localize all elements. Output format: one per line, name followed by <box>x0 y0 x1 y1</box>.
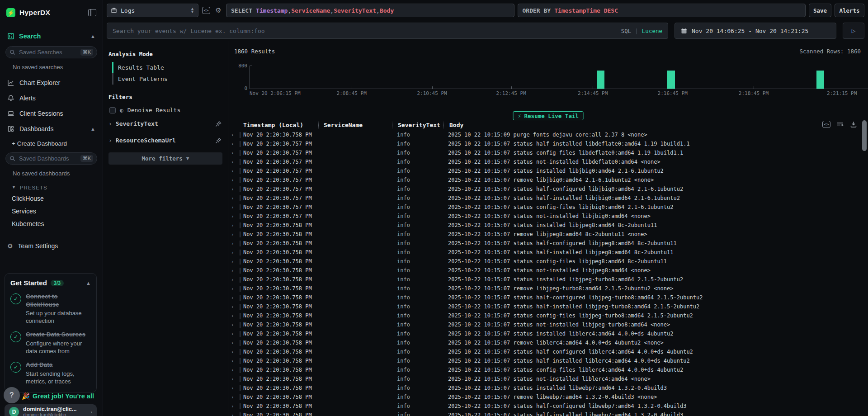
expand-row-icon[interactable]: › <box>228 295 240 301</box>
sidebar-item-client-sessions[interactable]: Client Sessions <box>0 106 103 121</box>
histogram-bar[interactable] <box>667 71 675 89</box>
sidebar-item-search[interactable]: Search ▲ <box>0 28 103 44</box>
expand-row-icon[interactable]: › <box>228 186 240 192</box>
denoise-checkbox[interactable] <box>109 107 116 113</box>
gear-icon[interactable]: ⚙ <box>214 6 223 15</box>
expand-row-icon[interactable]: › <box>228 313 240 319</box>
expand-row-icon[interactable]: › <box>228 150 240 156</box>
log-row[interactable]: ›Nov 20 2:20:30.757 PMinfo2025-10-22 10:… <box>228 166 859 175</box>
preset-clickhouse[interactable]: ClickHouse <box>0 192 103 205</box>
log-row[interactable]: ›Nov 20 2:20:30.758 PMinfo2025-10-22 10:… <box>228 248 859 257</box>
sidebar-item-alerts[interactable]: Alerts <box>0 90 103 106</box>
expand-row-icon[interactable]: › <box>228 259 240 265</box>
alerts-button[interactable]: Alerts <box>835 4 864 17</box>
expand-row-icon[interactable]: › <box>228 195 240 201</box>
expand-row-icon[interactable]: › <box>228 168 240 174</box>
log-row[interactable]: ›Nov 20 2:20:30.757 PMinfo2025-10-22 10:… <box>228 175 859 184</box>
expand-row-icon[interactable]: › <box>228 177 240 183</box>
expand-row-icon[interactable]: › <box>228 222 240 228</box>
mode-event-patterns[interactable]: Event Patterns <box>112 73 228 85</box>
expand-row-icon[interactable]: › <box>228 286 240 292</box>
presets-toggle[interactable]: ▼ PRESETS <box>0 181 103 192</box>
log-row[interactable]: ›Nov 20 2:20:30.757 PMinfo2025-10-22 10:… <box>228 139 859 148</box>
chevron-up-icon[interactable]: ▲ <box>86 280 91 286</box>
column-header-body[interactable]: Body <box>444 122 859 128</box>
mode-results-table[interactable]: Results Table <box>112 62 228 73</box>
column-header-servicename[interactable]: ServiceName <box>319 122 392 128</box>
log-row[interactable]: ›Nov 20 2:20:30.758 PMinfo2025-10-22 10:… <box>228 347 859 356</box>
log-row[interactable]: ›Nov 20 2:20:30.758 PMinfo2025-10-22 10:… <box>228 329 859 338</box>
preset-kubernetes[interactable]: Kubernetes <box>0 217 103 230</box>
log-row[interactable]: ›Nov 20 2:20:30.758 PMinfo2025-10-22 10:… <box>228 392 859 402</box>
saved-dashboards-input[interactable]: Saved Dashboards ⌘K <box>5 152 97 165</box>
histogram-bar[interactable] <box>597 71 604 89</box>
saved-searches-input[interactable]: Saved Searches ⌘K <box>5 46 97 58</box>
log-row[interactable]: ›Nov 20 2:20:30.757 PMinfo2025-10-22 10:… <box>228 203 859 212</box>
expand-row-icon[interactable]: › <box>228 358 240 364</box>
save-button[interactable]: Save <box>809 4 831 17</box>
scrollbar-track[interactable] <box>862 118 867 416</box>
log-row[interactable]: ›Nov 20 2:20:30.758 PMinfo2025-10-22 10:… <box>228 402 859 411</box>
expand-row-icon[interactable]: › <box>228 204 240 210</box>
expand-row-icon[interactable]: › <box>228 394 240 400</box>
pin-icon[interactable] <box>215 137 222 144</box>
expand-row-icon[interactable]: › <box>228 232 240 237</box>
expand-row-icon[interactable]: › <box>228 213 240 219</box>
log-row[interactable]: ›Nov 20 2:20:30.757 PMinfo2025-10-22 10:… <box>228 157 859 166</box>
column-header-timestamp[interactable]: Timestamp (Local) <box>243 122 318 128</box>
resume-live-tail-button[interactable]: ⚡ Resume Live Tail <box>513 111 584 120</box>
expand-row-icon[interactable]: › <box>228 376 240 382</box>
log-row[interactable]: ›Nov 20 2:20:30.758 PMinfo2025-10-22 10:… <box>228 374 859 383</box>
filter-group-severitytext[interactable]: › SeverityText <box>103 115 228 132</box>
expand-row-icon[interactable]: › <box>228 322 240 328</box>
log-row[interactable]: ›Nov 20 2:20:30.757 PMinfo2025-10-22 10:… <box>228 212 859 221</box>
expand-row-icon[interactable]: › <box>228 331 240 337</box>
log-row[interactable]: ›Nov 20 2:20:30.757 PMinfo2025-10-22 10:… <box>228 148 859 157</box>
expand-row-icon[interactable]: › <box>228 241 240 246</box>
column-header-severitytext[interactable]: SeverityText <box>392 122 443 128</box>
expand-row-icon[interactable]: › <box>228 412 240 416</box>
log-row[interactable]: ›Nov 20 2:20:30.758 PMinfo2025-10-22 10:… <box>228 130 859 139</box>
chevron-up-icon[interactable]: ▲ <box>90 33 95 39</box>
language-lucene-option[interactable]: Lucene <box>642 28 662 34</box>
log-row[interactable]: ›Nov 20 2:20:30.758 PMinfo2025-10-22 10:… <box>228 383 859 392</box>
log-row[interactable]: ›Nov 20 2:20:30.758 PMinfo2025-10-22 10:… <box>228 338 859 347</box>
filter-group-resourceschemaurl[interactable]: › ResourceSchemaUrl <box>103 132 228 149</box>
sidebar-item-team-settings[interactable]: ⚙ Team Settings <box>0 238 103 254</box>
log-row[interactable]: ›Nov 20 2:20:30.758 PMinfo2025-10-22 10:… <box>228 230 859 239</box>
log-row[interactable]: ›Nov 20 2:20:30.757 PMinfo2025-10-22 10:… <box>228 194 859 203</box>
sidebar-item-dashboards[interactable]: Dashboards ▲ <box>0 121 103 137</box>
get-started-step[interactable]: ✓ Connect to ClickHouse Set up your data… <box>10 293 91 325</box>
expand-row-icon[interactable]: › <box>228 385 240 391</box>
sidebar-item-chart-explorer[interactable]: Chart Explorer <box>0 75 103 90</box>
log-row[interactable]: ›Nov 20 2:20:30.758 PMinfo2025-10-22 10:… <box>228 320 859 329</box>
scrollbar-thumb[interactable] <box>862 120 867 151</box>
select-clause-input[interactable]: SELECT Timestamp,ServiceName,SeverityTex… <box>226 4 514 17</box>
language-sql-option[interactable]: SQL <box>621 28 632 34</box>
log-row[interactable]: ›Nov 20 2:20:30.757 PMinfo2025-10-22 10:… <box>228 184 859 194</box>
sidebar-collapse-icon[interactable] <box>88 9 96 16</box>
event-search-input[interactable]: Search your events w/ Lucene ex. column:… <box>107 23 668 39</box>
expand-row-icon[interactable]: › <box>228 141 240 147</box>
expand-row-icon[interactable]: › <box>228 349 240 355</box>
expand-row-icon[interactable]: › <box>228 250 240 255</box>
time-range-picker[interactable]: Nov 20 14:06:25 - Nov 20 14:21:25 <box>675 23 836 39</box>
log-row[interactable]: ›Nov 20 2:20:30.758 PMinfo2025-10-22 10:… <box>228 293 859 302</box>
source-select[interactable]: Logs ▲▼ <box>107 4 198 17</box>
code-view-icon[interactable]: <> <box>202 6 211 15</box>
log-row[interactable]: ›Nov 20 2:20:30.758 PMinfo2025-10-22 10:… <box>228 239 859 248</box>
log-row[interactable]: ›Nov 20 2:20:30.758 PMinfo2025-10-22 10:… <box>228 221 859 230</box>
preset-services[interactable]: Services <box>0 205 103 217</box>
expand-row-icon[interactable]: › <box>228 159 240 165</box>
log-row[interactable]: ›Nov 20 2:20:30.758 PMinfo2025-10-22 10:… <box>228 302 859 311</box>
expand-row-icon[interactable]: › <box>228 268 240 274</box>
expand-row-icon[interactable]: › <box>228 367 240 373</box>
log-row[interactable]: ›Nov 20 2:20:30.758 PMinfo2025-10-22 10:… <box>228 275 859 284</box>
expand-row-icon[interactable]: › <box>228 340 240 346</box>
expand-row-icon[interactable]: › <box>228 277 240 283</box>
log-row[interactable]: ›Nov 20 2:20:30.758 PMinfo2025-10-22 10:… <box>228 365 859 374</box>
help-button[interactable]: ? <box>4 387 20 403</box>
expand-row-icon[interactable]: › <box>228 304 240 310</box>
user-menu[interactable]: D dominic.tran@clic... dominic.tran@clic… <box>5 404 97 416</box>
log-row[interactable]: ›Nov 20 2:20:30.758 PMinfo2025-10-22 10:… <box>228 257 859 266</box>
